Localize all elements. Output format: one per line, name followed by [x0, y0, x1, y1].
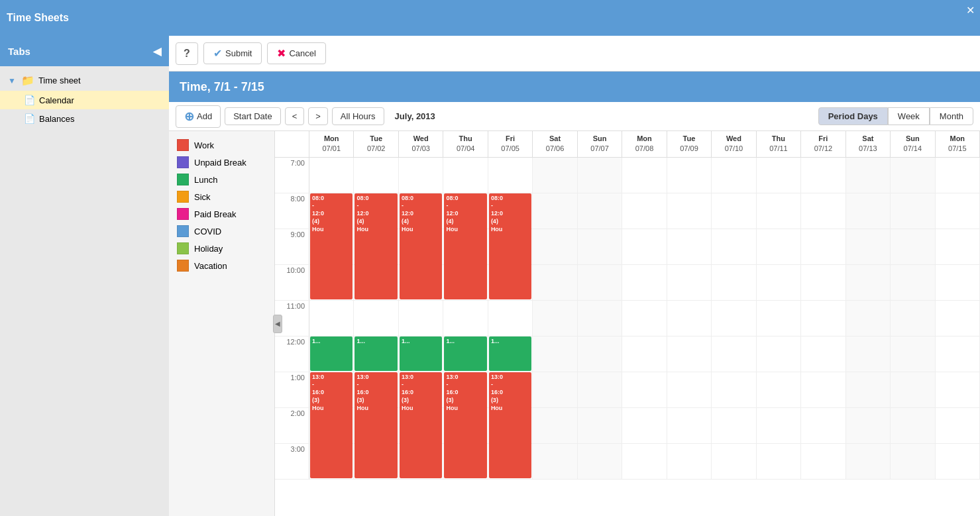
day-cell-14-4[interactable]	[936, 301, 980, 336]
event-block-day3-slot1[interactable]: 08:0 - 12:0 (4) Hou	[444, 193, 486, 299]
day-cell-8-0[interactable]	[667, 158, 712, 193]
event-block-day4-slot6[interactable]: 13:0 - 16:0 (3) Hou	[489, 372, 531, 478]
day-cell-14-5[interactable]	[936, 336, 980, 372]
day-cell-7-0[interactable]	[622, 158, 667, 193]
cancel-button[interactable]: ✖ Cancel	[267, 42, 325, 64]
day-cell-6-1[interactable]	[578, 193, 622, 229]
day-cell-14-1[interactable]	[936, 193, 980, 229]
day-cell-9-4[interactable]	[712, 301, 756, 336]
day-cell-10-8[interactable]	[757, 444, 801, 479]
day-cell-8-6[interactable]	[667, 372, 712, 407]
day-cell-6-5[interactable]	[578, 336, 622, 372]
day-cell-14-7[interactable]	[936, 408, 980, 443]
hours-filter-button[interactable]: All Hours	[332, 107, 384, 125]
day-cell-2-4[interactable]	[399, 301, 443, 336]
help-button[interactable]: ?	[176, 42, 198, 65]
day-cell-10-7[interactable]	[757, 408, 801, 443]
day-cell-5-0[interactable]	[533, 158, 577, 193]
event-block-day1-slot5[interactable]: 1...	[354, 336, 397, 371]
day-cell-14-8[interactable]	[936, 444, 980, 479]
day-cell-8-3[interactable]	[667, 265, 712, 300]
day-cell-7-2[interactable]	[622, 229, 667, 264]
day-cell-9-1[interactable]	[712, 193, 756, 229]
day-cell-11-3[interactable]	[801, 265, 845, 300]
day-cell-12-8[interactable]	[846, 444, 891, 479]
day-cell-12-4[interactable]	[846, 301, 891, 336]
start-date-button[interactable]: Start Date	[225, 107, 281, 125]
day-cell-4-6[interactable]: 13:0 - 16:0 (3) Hou	[488, 372, 533, 407]
day-cell-5-6[interactable]	[533, 372, 577, 407]
day-cell-9-8[interactable]	[712, 444, 756, 479]
day-cell-4-5[interactable]: 1...	[488, 336, 533, 372]
day-cell-13-1[interactable]	[891, 193, 935, 229]
day-cell-13-8[interactable]	[891, 444, 935, 479]
day-cell-7-8[interactable]	[622, 444, 667, 479]
day-cell-7-1[interactable]	[622, 193, 667, 229]
event-block-day4-slot5[interactable]: 1...	[489, 336, 531, 371]
legend-collapse-handle[interactable]: ◀	[273, 315, 282, 333]
day-cell-11-1[interactable]	[801, 193, 845, 229]
day-cell-3-1[interactable]: 08:0 - 12:0 (4) Hou	[443, 193, 488, 229]
day-cell-2-6[interactable]: 13:0 - 16:0 (3) Hou	[399, 372, 443, 407]
day-cell-4-1[interactable]: 08:0 - 12:0 (4) Hou	[488, 193, 533, 229]
day-cell-11-7[interactable]	[801, 408, 845, 443]
day-cell-13-4[interactable]	[891, 301, 935, 336]
event-block-day2-slot5[interactable]: 1...	[400, 336, 442, 371]
day-cell-6-6[interactable]	[578, 372, 622, 407]
event-block-day3-slot6[interactable]: 13:0 - 16:0 (3) Hou	[444, 372, 486, 478]
day-cell-0-0[interactable]	[309, 158, 354, 193]
day-cell-12-1[interactable]	[846, 193, 891, 229]
submit-button[interactable]: ✔ Submit	[203, 42, 262, 64]
day-cell-13-5[interactable]	[891, 336, 935, 372]
view-month-button[interactable]: Month	[930, 107, 973, 125]
day-cell-3-6[interactable]: 13:0 - 16:0 (3) Hou	[443, 372, 488, 407]
day-cell-10-4[interactable]	[757, 301, 801, 336]
day-cell-5-2[interactable]	[533, 229, 577, 264]
day-cell-7-6[interactable]	[622, 372, 667, 407]
day-cell-5-5[interactable]	[533, 336, 577, 372]
grid-area[interactable]: Mon07/01Tue07/02Wed07/03Thu07/04Fri07/05…	[275, 131, 980, 516]
day-cell-1-5[interactable]: 1...	[354, 336, 398, 372]
day-cell-0-4[interactable]	[309, 301, 354, 336]
day-cell-12-5[interactable]	[846, 336, 891, 372]
day-cell-10-2[interactable]	[757, 229, 801, 264]
day-cell-5-3[interactable]	[533, 265, 577, 300]
day-cell-7-5[interactable]	[622, 336, 667, 372]
day-cell-12-2[interactable]	[846, 229, 891, 264]
event-block-day0-slot6[interactable]: 13:0 - 16:0 (3) Hou	[310, 372, 353, 478]
day-cell-14-0[interactable]	[936, 158, 980, 193]
day-cell-9-7[interactable]	[712, 408, 756, 443]
day-cell-11-2[interactable]	[801, 229, 845, 264]
day-cell-8-2[interactable]	[667, 229, 712, 264]
day-cell-8-7[interactable]	[667, 408, 712, 443]
day-cell-9-5[interactable]	[712, 336, 756, 372]
day-cell-1-6[interactable]: 13:0 - 16:0 (3) Hou	[354, 372, 398, 407]
day-cell-10-0[interactable]	[757, 158, 801, 193]
day-cell-13-3[interactable]	[891, 265, 935, 300]
day-cell-6-7[interactable]	[578, 408, 622, 443]
day-cell-6-2[interactable]	[578, 229, 622, 264]
day-cell-5-4[interactable]	[533, 301, 577, 336]
event-block-day2-slot6[interactable]: 13:0 - 16:0 (3) Hou	[400, 372, 442, 478]
day-cell-12-6[interactable]	[846, 372, 891, 407]
day-cell-4-0[interactable]	[488, 158, 533, 193]
day-cell-12-3[interactable]	[846, 265, 891, 300]
day-cell-9-0[interactable]	[712, 158, 756, 193]
day-cell-9-3[interactable]	[712, 265, 756, 300]
event-block-day2-slot1[interactable]: 08:0 - 12:0 (4) Hou	[400, 193, 442, 299]
day-cell-10-5[interactable]	[757, 336, 801, 372]
event-block-day0-slot5[interactable]: 1...	[310, 336, 353, 371]
day-cell-7-7[interactable]	[622, 408, 667, 443]
event-block-day1-slot1[interactable]: 08:0 - 12:0 (4) Hou	[354, 193, 397, 299]
day-cell-9-2[interactable]	[712, 229, 756, 264]
day-cell-4-4[interactable]	[488, 301, 533, 336]
day-cell-6-8[interactable]	[578, 444, 622, 479]
day-cell-2-1[interactable]: 08:0 - 12:0 (4) Hou	[399, 193, 443, 229]
day-cell-8-4[interactable]	[667, 301, 712, 336]
day-cell-2-0[interactable]	[399, 158, 443, 193]
day-cell-5-8[interactable]	[533, 444, 577, 479]
event-block-day4-slot1[interactable]: 08:0 - 12:0 (4) Hou	[489, 193, 531, 299]
day-cell-7-4[interactable]	[622, 301, 667, 336]
day-cell-8-8[interactable]	[667, 444, 712, 479]
day-cell-10-3[interactable]	[757, 265, 801, 300]
